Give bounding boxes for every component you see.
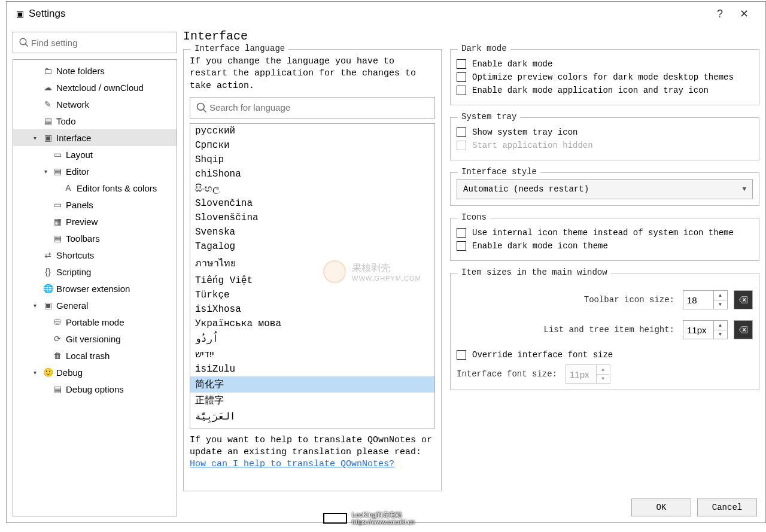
sidebar-item-preview[interactable]: ▦Preview [13,213,177,230]
language-option[interactable]: Svenska [190,225,434,239]
sidebar-item-label: Debug [54,367,83,378]
language-option[interactable]: 简化字 [190,376,434,393]
window-title: Settings [29,8,65,20]
dark-tray-icon-checkbox[interactable]: Enable dark mode application icon and tr… [457,86,753,95]
show-tray-icon-checkbox[interactable]: Show system tray icon [457,127,753,137]
sidebar-item-label: Git versioning [63,334,121,344]
sidebar-item-browser-extension[interactable]: 🌐Browser extension [13,280,177,297]
cancel-button[interactable]: Cancel [697,498,757,516]
language-option[interactable]: Tagalog [190,239,434,254]
language-search-input[interactable] [209,102,431,113]
settings-window: ▣ Settings ? ✕ 🗀Note folders☁Nextcloud /… [6,1,766,523]
language-option[interactable]: اُردُو [190,331,434,346]
sidebar-item-todo[interactable]: ▤Todo [13,113,177,129]
expand-arrow-icon[interactable]: ▾ [41,168,50,175]
internal-icon-theme-checkbox[interactable]: Use internal icon theme instead of syste… [457,228,753,238]
spinner-up-icon[interactable]: ▲ [714,321,727,330]
optimize-preview-checkbox[interactable]: Optimize preview colors for dark mode de… [457,72,753,82]
help-button[interactable]: ? [708,8,732,20]
icons-title: Icons [458,212,490,222]
sidebar-item-local-trash[interactable]: 🗑Local trash [13,347,177,364]
bottom-watermark: LeoKing的充电站 https://www.cocokl.cn [323,511,415,525]
language-option[interactable]: Tiếng Việt [190,272,434,288]
language-option[interactable]: Slovenščina [190,211,434,225]
language-option[interactable]: Türkçe [190,288,434,302]
svg-line-1 [25,44,28,47]
sidebar-item-debug[interactable]: ▾🙂Debug [13,364,177,381]
sidebar-item-interface[interactable]: ▾▣Interface [13,129,177,146]
list-height-spinner[interactable]: ▲▼ [683,320,728,339]
find-setting-input[interactable] [31,38,173,48]
sidebar-item-scripting[interactable]: {}Scripting [13,263,177,280]
sidebar-item-nextcloud-owncloud[interactable]: ☁Nextcloud / ownCloud [13,79,177,96]
sidebar-item-label: Layout [63,150,93,160]
language-option[interactable]: සිංහල [190,181,434,196]
language-group-title: Interface language [191,44,288,53]
language-option[interactable]: ภาษาไทย [190,254,434,272]
language-list-wrapper: русскийСрпскиShqipchiShonaසිංහලSlovenčin… [190,123,435,428]
sidebar-item-panels[interactable]: ▭Panels [13,196,177,213]
sidebar-item-git-versioning[interactable]: ⟳Git versioning [13,330,177,347]
language-restart-note: If you change the language you have to r… [190,56,435,92]
list-height-input[interactable] [683,321,713,339]
spinner-down-icon[interactable]: ▼ [714,300,727,309]
interface-style-select[interactable]: Automatic (needs restart) ▼ [457,179,753,199]
spinner-down-icon[interactable]: ▼ [714,330,727,339]
sidebar-item-label: Shortcuts [54,250,94,260]
sidebar-item-label: Note folders [54,66,105,76]
language-option[interactable]: العَرَبِيَّة [190,409,434,424]
find-setting-search[interactable] [13,32,177,53]
cloud-icon: ☁ [42,83,54,92]
override-font-size-checkbox[interactable]: Override interface font size [457,350,753,360]
page-title: Interface [183,26,759,44]
language-option[interactable]: русский [190,124,434,138]
spinner-up-icon[interactable]: ▲ [714,291,727,300]
sidebar-item-editor-fonts-colors[interactable]: AEditor fonts & colors [13,180,177,196]
language-option[interactable]: Српски [190,138,434,153]
sidebar-item-label: Scripting [54,267,91,277]
language-option[interactable]: Shqip [190,153,434,167]
shortcuts-icon: ⇄ [42,250,54,260]
sidebar-item-toolbars[interactable]: ▤Toolbars [13,230,177,247]
sidebar-item-label: Panels [63,200,93,210]
sidebar-item-note-folders[interactable]: 🗀Note folders [13,62,177,79]
language-option[interactable]: isiZulu [190,362,434,376]
scripting-icon: {} [42,267,54,276]
close-button[interactable]: ✕ [732,7,756,20]
language-option[interactable]: isiXhosa [190,302,434,317]
settings-tree[interactable]: 🗀Note folders☁Nextcloud / ownCloud✎Netwo… [13,59,177,516]
sidebar-item-layout[interactable]: ▭Layout [13,146,177,163]
ok-button[interactable]: OK [631,498,691,516]
language-option[interactable]: chiShona [190,167,434,181]
item-sizes-group: Item sizes in the main window Toolbar ic… [450,273,759,390]
sidebar-item-editor[interactable]: ▾▤Editor [13,163,177,180]
toolbar-size-input[interactable] [683,291,713,309]
titlebar: ▣ Settings ? ✕ [7,2,765,26]
toolbar-size-spinner[interactable]: ▲▼ [683,290,728,309]
list-height-reset-button[interactable] [734,320,753,339]
dark-icon-theme-checkbox[interactable]: Enable dark mode icon theme [457,241,753,251]
sidebar-item-debug-options[interactable]: ▤Debug options [13,381,177,397]
expand-arrow-icon[interactable]: ▾ [30,135,39,141]
editor-icon: ▤ [51,166,63,176]
sidebar-item-portable-mode[interactable]: ⛁Portable mode [13,314,177,330]
sidebar-item-shortcuts[interactable]: ⇄Shortcuts [13,247,177,263]
sidebar-item-label: Editor [63,166,89,177]
expand-arrow-icon[interactable]: ▾ [30,302,39,309]
enable-dark-mode-checkbox[interactable]: Enable dark mode [457,59,753,69]
language-option[interactable]: ייִדיש [190,346,434,362]
trash-icon: 🗑 [51,351,63,360]
expand-arrow-icon[interactable]: ▾ [30,369,39,376]
language-search[interactable] [190,97,435,118]
font-size-spinner: ▲▼ [566,364,610,384]
svg-point-0 [20,38,26,45]
language-option[interactable]: Slovenčina [190,196,434,211]
system-tray-group: System tray Show system tray icon Start … [450,117,759,160]
language-option[interactable]: 正體字 [190,393,434,409]
sidebar-item-general[interactable]: ▾▣General [13,297,177,314]
translate-help-link[interactable]: How can I help to translate QOwnNotes? [190,459,394,469]
sidebar-item-network[interactable]: ✎Network [13,96,177,113]
toolbar-size-reset-button[interactable] [734,290,753,309]
language-list[interactable]: русскийСрпскиShqipchiShonaසිංහලSlovenčin… [190,124,434,428]
language-option[interactable]: Українська мова [190,317,434,331]
